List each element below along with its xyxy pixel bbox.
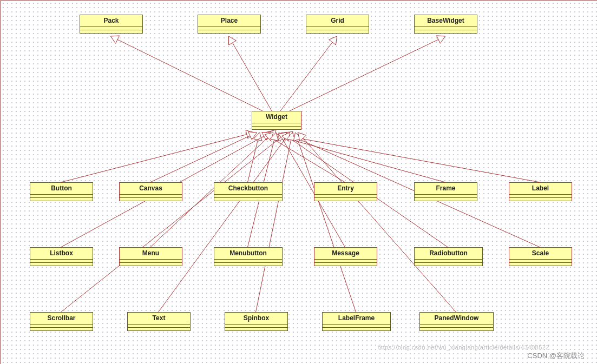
class-name-grid: Grid: [306, 15, 369, 27]
generalization-arrowhead: [287, 133, 296, 141]
class-name-message: Message: [314, 248, 377, 259]
class-listbox: Listbox: [30, 247, 93, 266]
class-name-pack: Pack: [80, 15, 142, 27]
class-name-canvas: Canvas: [120, 183, 182, 194]
class-name-basewidget: BaseWidget: [415, 15, 477, 27]
class-message: Message: [314, 247, 377, 266]
generalization-arrowhead: [278, 133, 287, 141]
class-scrollbar: Scrollbar: [30, 312, 93, 331]
generalization-widget-to-grid: [280, 42, 332, 111]
class-method-compartment: [323, 327, 390, 330]
generalization-panedwindow-to-widget: [303, 138, 456, 312]
class-method-compartment: [120, 197, 182, 201]
class-grid: Grid: [306, 15, 369, 34]
generalization-widget-to-pack: [117, 39, 263, 111]
class-name-text: Text: [128, 313, 190, 324]
class-text: Text: [127, 312, 191, 331]
class-name-button: Button: [30, 183, 93, 194]
generalization-arrowhead: [279, 133, 286, 141]
watermark-url: https://blog.csdn.net/wu_xianqiang/artic…: [377, 344, 549, 350]
generalization-arrowhead: [293, 133, 301, 141]
class-name-checkbutton: Checkbutton: [214, 183, 282, 194]
generalization-text-to-widget: [159, 138, 286, 312]
class-method-compartment: [415, 262, 482, 266]
generalization-arrowhead: [248, 132, 257, 140]
generalization-scrollbar-to-widget: [61, 137, 281, 312]
generalization-arrowhead: [229, 36, 237, 45]
generalization-checkbutton-to-widget: [248, 140, 258, 182]
class-labelframe: LabelFrame: [322, 312, 391, 331]
class-name-scrollbar: Scrollbar: [30, 313, 93, 324]
class-name-place: Place: [198, 15, 260, 27]
class-name-menubutton: Menubutton: [214, 248, 282, 259]
generalization-arrowhead: [111, 36, 120, 43]
class-name-panedwindow: PanedWindow: [420, 313, 493, 324]
generalization-canvas-to-widget: [150, 136, 250, 182]
class-name-spinbox: Spinbox: [225, 313, 287, 324]
class-method-compartment: [128, 327, 190, 330]
generalization-label-to-widget: [275, 134, 540, 182]
class-method-compartment: [225, 327, 287, 330]
class-name-widget: Widget: [252, 111, 301, 123]
generalization-arrowhead: [281, 133, 290, 141]
class-method-compartment: [415, 197, 477, 201]
class-canvas: Canvas: [119, 182, 182, 201]
generalization-button-to-widget: [61, 134, 247, 182]
generalization-widget-to-place: [232, 43, 272, 111]
generalization-arrowhead: [262, 133, 271, 140]
generalization-widget-to-basewidget: [290, 39, 438, 111]
class-method-compartment: [120, 262, 182, 266]
class-method-compartment: [30, 262, 93, 266]
class-method-compartment: [198, 30, 260, 33]
class-method-compartment: [80, 30, 142, 33]
generalization-arrowhead: [254, 133, 263, 141]
class-widget: Widget: [252, 111, 301, 130]
class-method-compartment: [30, 197, 93, 201]
class-method-compartment: [214, 197, 282, 201]
generalization-entry-to-widget: [269, 136, 345, 182]
class-method-compartment: [252, 126, 301, 129]
class-method-compartment: [214, 262, 282, 266]
class-menubutton: Menubutton: [214, 247, 283, 266]
class-basewidget: BaseWidget: [414, 15, 477, 34]
class-name-frame: Frame: [415, 183, 477, 194]
class-method-compartment: [314, 262, 377, 266]
watermark-text: CSDN @客院载论: [527, 351, 585, 361]
generalization-arrowhead: [265, 130, 274, 138]
class-method-compartment: [306, 30, 369, 33]
class-method-compartment: [509, 197, 572, 201]
generalization-arrowhead: [284, 131, 293, 140]
generalization-spinbox-to-widget: [256, 140, 291, 312]
class-frame: Frame: [414, 182, 477, 201]
class-method-compartment: [415, 30, 477, 33]
generalization-arrowhead: [298, 133, 306, 141]
class-panedwindow: PanedWindow: [419, 312, 494, 331]
generalization-frame-to-widget: [272, 135, 445, 182]
class-radiobutton: Radiobutton: [414, 247, 483, 266]
class-menu: Menu: [119, 247, 182, 266]
class-place: Place: [198, 15, 261, 34]
class-name-menu: Menu: [120, 248, 182, 259]
class-method-compartment: [314, 197, 377, 201]
diagram-canvas: WidgetPackPlaceGridBaseWidgetButtonCanva…: [0, 0, 597, 364]
generalization-arrowhead: [329, 36, 337, 45]
class-label: Label: [509, 182, 572, 201]
class-name-labelframe: LabelFrame: [323, 313, 390, 324]
class-name-radiobutton: Radiobutton: [415, 248, 482, 259]
class-checkbutton: Checkbutton: [214, 182, 283, 201]
class-method-compartment: [420, 327, 493, 330]
class-name-listbox: Listbox: [30, 248, 93, 259]
generalization-arrowhead: [263, 133, 271, 140]
generalization-labelframe-to-widget: [298, 140, 356, 312]
generalization-arrowhead: [270, 133, 279, 141]
class-button: Button: [30, 182, 93, 201]
class-name-scale: Scale: [509, 248, 572, 259]
class-name-entry: Entry: [314, 183, 377, 194]
generalization-arrowhead: [265, 133, 273, 141]
generalization-arrowhead: [246, 130, 254, 138]
class-method-compartment: [30, 327, 93, 330]
class-spinbox: Spinbox: [225, 312, 288, 331]
class-scale: Scale: [509, 247, 572, 266]
generalization-arrowhead: [436, 36, 445, 43]
generalization-arrowhead: [268, 130, 276, 138]
